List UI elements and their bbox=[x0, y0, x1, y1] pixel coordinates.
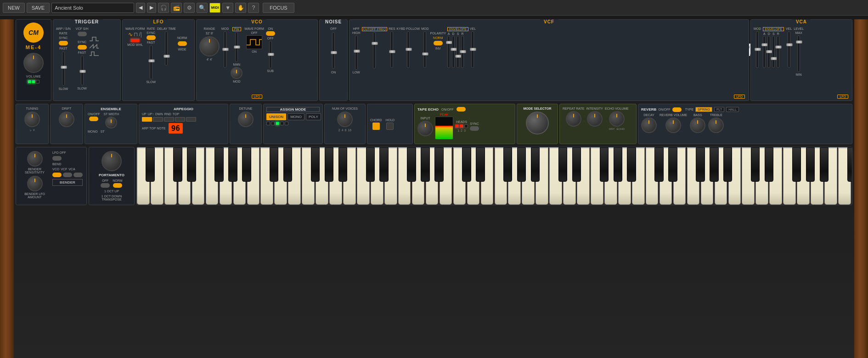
black-key[interactable] bbox=[476, 147, 485, 182]
black-key[interactable] bbox=[600, 147, 609, 182]
arp-rnd-btn[interactable] bbox=[175, 117, 185, 122]
portamento-knob[interactable] bbox=[101, 151, 122, 171]
prev-preset-button[interactable]: ◀ bbox=[136, 3, 145, 13]
black-key[interactable] bbox=[847, 147, 852, 182]
lfo-square-btn[interactable]: ⊓ bbox=[134, 31, 138, 38]
reverb-bass-knob[interactable] bbox=[690, 117, 705, 133]
ensemble-width-knob[interactable] bbox=[105, 117, 117, 129]
vca-s-slider[interactable] bbox=[772, 36, 775, 68]
new-button[interactable]: NEW bbox=[3, 3, 25, 13]
trigger-sync-toggle[interactable] bbox=[59, 41, 68, 45]
vco-range-knob[interactable] bbox=[199, 36, 220, 56]
lfo-norm-toggle[interactable] bbox=[178, 41, 187, 46]
arp-upa-btn[interactable] bbox=[153, 117, 163, 122]
vcf-hpf-slider[interactable] bbox=[355, 35, 358, 70]
settings-icon[interactable]: ⚙ bbox=[184, 3, 195, 13]
black-key[interactable] bbox=[421, 147, 429, 182]
black-key[interactable] bbox=[187, 147, 196, 182]
port-norm-toggle[interactable] bbox=[113, 183, 122, 188]
vcf-sh-toggle[interactable] bbox=[78, 32, 87, 36]
black-key[interactable] bbox=[325, 147, 333, 182]
black-key[interactable] bbox=[627, 147, 636, 182]
vco-pw-slider[interactable] bbox=[235, 32, 238, 62]
vcf-res-slider[interactable] bbox=[390, 31, 393, 68]
plt-btn[interactable]: PLT bbox=[714, 107, 724, 112]
vcf-r-slider[interactable] bbox=[461, 36, 464, 68]
lfo-rate-slider[interactable] bbox=[150, 45, 152, 79]
bender-vcf-toggle[interactable] bbox=[63, 173, 72, 177]
vcf-cutoff-slider[interactable] bbox=[373, 32, 376, 69]
voices-knob[interactable] bbox=[337, 112, 353, 127]
vca-mod-slider[interactable] bbox=[756, 31, 759, 68]
save-button[interactable]: SAVE bbox=[27, 3, 50, 13]
lfo-saw-btn[interactable]: /| bbox=[139, 31, 141, 38]
port-off-toggle[interactable] bbox=[101, 183, 110, 188]
ensemble-toggle[interactable] bbox=[89, 117, 98, 121]
reverb-treble-knob[interactable] bbox=[708, 117, 724, 133]
trigger-rate-slider[interactable] bbox=[62, 51, 65, 86]
drift-knob[interactable] bbox=[59, 112, 74, 127]
help-icon[interactable]: ? bbox=[248, 3, 259, 13]
mono-btn[interactable]: MONO bbox=[287, 113, 304, 120]
black-key[interactable] bbox=[434, 147, 443, 182]
detune-knob[interactable] bbox=[238, 112, 254, 127]
vcf-mod-slider[interactable] bbox=[423, 31, 426, 68]
black-key[interactable] bbox=[338, 147, 347, 182]
echo-volume-knob[interactable] bbox=[609, 111, 625, 127]
poly-btn[interactable]: POLY bbox=[306, 113, 321, 120]
tuning-knob[interactable] bbox=[24, 112, 40, 127]
vco-sub-toggle[interactable] bbox=[266, 31, 275, 36]
black-key[interactable] bbox=[173, 147, 182, 182]
black-key[interactable] bbox=[270, 147, 278, 182]
black-key[interactable] bbox=[379, 147, 388, 182]
tape-input-knob[interactable] bbox=[417, 121, 433, 136]
trigger-sync2-toggle[interactable] bbox=[78, 45, 87, 50]
black-key[interactable] bbox=[765, 147, 773, 182]
bender-vco-toggle[interactable] bbox=[52, 173, 62, 177]
black-key[interactable] bbox=[668, 147, 677, 182]
black-key[interactable] bbox=[614, 147, 622, 182]
vca-d-slider[interactable] bbox=[767, 36, 770, 68]
headphones-icon[interactable]: 🎧 bbox=[158, 3, 169, 13]
lfo-delay-slider[interactable] bbox=[165, 31, 168, 66]
black-key[interactable] bbox=[531, 147, 540, 182]
lfo-sine-btn[interactable]: ∿ bbox=[128, 31, 133, 38]
vco-sub-slider[interactable] bbox=[269, 41, 272, 68]
black-key[interactable] bbox=[654, 147, 663, 182]
focus-button[interactable]: FOCUS bbox=[263, 3, 294, 13]
tape-echo-toggle[interactable] bbox=[457, 107, 466, 112]
noise-slider[interactable] bbox=[332, 32, 335, 69]
unison-btn[interactable]: UNISON bbox=[266, 113, 286, 120]
midi-icon[interactable]: MIDI bbox=[209, 3, 220, 13]
arp-top-btn[interactable] bbox=[186, 117, 196, 122]
black-key[interactable] bbox=[792, 147, 801, 182]
vca-r-slider[interactable] bbox=[777, 36, 779, 68]
vcf-s-slider[interactable] bbox=[457, 36, 459, 68]
vcf-d-slider[interactable] bbox=[452, 36, 455, 68]
reverb-toggle[interactable] bbox=[672, 107, 682, 112]
black-key[interactable] bbox=[242, 147, 251, 182]
black-key[interactable] bbox=[228, 147, 237, 182]
plugin-icon[interactable]: ▼ bbox=[222, 3, 233, 13]
black-key[interactable] bbox=[517, 147, 526, 182]
black-key[interactable] bbox=[407, 147, 416, 182]
arp-up-btn[interactable] bbox=[142, 117, 152, 122]
black-key[interactable] bbox=[806, 147, 815, 182]
vca-a-slider[interactable] bbox=[763, 36, 766, 68]
reverb-decay-knob[interactable] bbox=[641, 117, 657, 133]
hand-icon[interactable]: ✋ bbox=[235, 3, 246, 13]
vco-pw-knob[interactable] bbox=[231, 67, 242, 79]
black-key[interactable] bbox=[311, 147, 320, 182]
reverb-volume-knob[interactable] bbox=[665, 117, 681, 133]
spring-btn[interactable]: SPRING bbox=[695, 107, 712, 112]
black-key[interactable] bbox=[146, 147, 154, 182]
search-icon[interactable]: 🔍 bbox=[197, 3, 208, 13]
hall-btn[interactable]: HALL bbox=[726, 107, 739, 112]
black-key[interactable] bbox=[710, 147, 718, 182]
vca-vel-slider[interactable] bbox=[788, 31, 790, 68]
trigger-slow-slider[interactable] bbox=[81, 56, 84, 85]
volume-knob[interactable] bbox=[23, 53, 44, 73]
vca-level-slider[interactable] bbox=[797, 35, 800, 72]
black-key[interactable] bbox=[462, 147, 471, 182]
black-key[interactable] bbox=[503, 147, 512, 182]
